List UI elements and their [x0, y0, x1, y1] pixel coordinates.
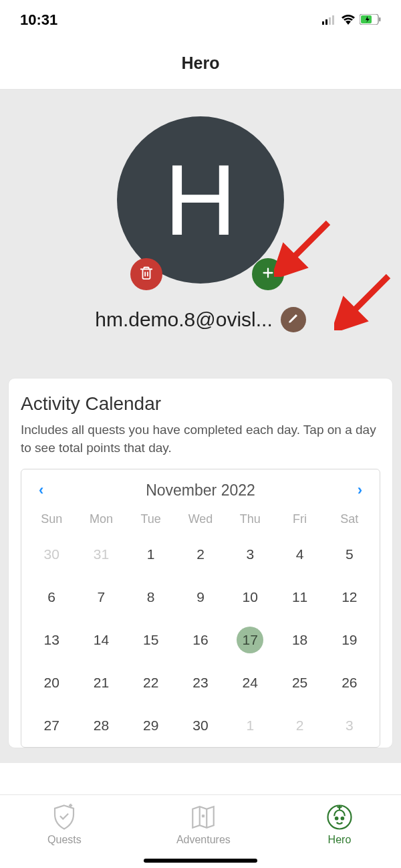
calendar-day[interactable]: 29 [126, 711, 176, 740]
calendar-day-number: 28 [94, 718, 109, 734]
calendar-day-number: 30 [192, 718, 208, 734]
calendar-day-number: 22 [143, 675, 158, 691]
delete-avatar-button[interactable] [130, 258, 162, 290]
svg-point-12 [336, 817, 338, 820]
calendar-header: ‹ November 2022 › [27, 479, 374, 508]
calendar-day[interactable]: 2 [176, 540, 225, 569]
calendar-day[interactable]: 7 [76, 582, 126, 612]
calendar-day[interactable]: 19 [325, 625, 374, 655]
svg-rect-0 [322, 21, 324, 25]
calendar-day-number: 1 [246, 718, 254, 734]
bottom-nav: Quests Adventures Hero [0, 794, 401, 868]
status-time: 10:31 [20, 11, 57, 29]
calendar-day[interactable]: 16 [176, 625, 225, 655]
calendar-day-number: 30 [43, 546, 59, 562]
calendar-day-number: 24 [243, 675, 258, 691]
profile-section: H hm.demo.8@ovisl... [0, 90, 401, 366]
calendar-day[interactable]: 17 [225, 625, 275, 655]
calendar-day-number: 31 [94, 546, 109, 562]
calendar-day-number: 20 [43, 675, 59, 691]
prev-month-button[interactable]: ‹ [33, 479, 49, 502]
calendar-dow: Mon [76, 512, 126, 526]
calendar-day[interactable]: 4 [275, 540, 324, 569]
calendar-day[interactable]: 26 [325, 668, 374, 697]
cellular-icon [322, 11, 337, 29]
calendar-day-number: 2 [296, 718, 304, 734]
trash-icon [139, 265, 154, 283]
calendar-day-number: 13 [43, 632, 59, 648]
status-right [322, 11, 381, 29]
calendar-day-number: 21 [94, 675, 109, 691]
shield-icon [50, 803, 78, 831]
calendar-day[interactable]: 1 [126, 540, 176, 569]
calendar-day[interactable]: 10 [225, 582, 275, 612]
status-bar: 10:31 [0, 0, 401, 40]
nav-adventures[interactable]: Adventures [176, 803, 231, 846]
calendar-dow: Thu [225, 512, 275, 526]
calendar-day[interactable]: 11 [275, 582, 324, 612]
nav-quests[interactable]: Quests [47, 803, 82, 846]
calendar-day[interactable]: 13 [27, 625, 76, 655]
svg-rect-6 [379, 17, 381, 21]
calendar-day[interactable]: 31 [76, 540, 126, 569]
calendar-day[interactable]: 27 [27, 711, 76, 740]
calendar-day[interactable]: 5 [325, 540, 374, 569]
calendar-day-number: 3 [346, 718, 354, 734]
avatar-initial: H [164, 142, 237, 258]
svg-rect-3 [332, 15, 334, 25]
calendar-day[interactable]: 18 [275, 625, 324, 655]
calendar-day-number: 26 [342, 675, 357, 691]
calendar-day-number: 7 [98, 589, 106, 605]
calendar-day[interactable]: 2 [275, 711, 324, 740]
calendar-day[interactable]: 25 [275, 668, 324, 697]
calendar-day[interactable]: 12 [325, 582, 374, 612]
calendar-day[interactable]: 21 [76, 668, 126, 697]
calendar-dow: Wed [176, 512, 225, 526]
home-indicator[interactable] [144, 859, 257, 863]
calendar-day[interactable]: 14 [76, 625, 126, 655]
calendar-title: Activity Calendar [21, 393, 380, 415]
calendar-day-number: 29 [143, 718, 158, 734]
calendar-dow: Tue [126, 512, 176, 526]
knight-icon [325, 803, 354, 831]
calendar-day[interactable]: 8 [126, 582, 176, 612]
avatar-container: H [117, 116, 284, 284]
calendar-day[interactable]: 30 [27, 540, 76, 569]
calendar-day[interactable]: 1 [225, 711, 275, 740]
nav-label: Adventures [176, 834, 231, 846]
username-row: hm.demo.8@ovisl... [0, 307, 401, 332]
svg-line-7 [283, 223, 329, 268]
battery-icon [360, 11, 381, 29]
calendar-day[interactable]: 20 [27, 668, 76, 697]
calendar-day-number: 5 [346, 546, 354, 562]
calendar-day[interactable]: 6 [27, 582, 76, 612]
calendar-day-number: 18 [292, 632, 307, 648]
calendar-day[interactable]: 3 [225, 540, 275, 569]
calendar-dow: Sun [27, 512, 76, 526]
calendar-day[interactable]: 15 [126, 625, 176, 655]
calendar-description: Includes all quests you have completed e… [21, 421, 380, 457]
chevron-right-icon: › [358, 481, 362, 498]
calendar-day[interactable]: 24 [225, 668, 275, 697]
activity-calendar-card: Activity Calendar Includes all quests yo… [8, 378, 393, 748]
calendar-day-number: 16 [192, 632, 208, 648]
svg-rect-1 [325, 19, 327, 25]
nav-hero[interactable]: Hero [325, 803, 354, 846]
calendar: ‹ November 2022 › SunMonTueWedThuFriSat3… [21, 469, 380, 748]
calendar-day[interactable]: 22 [126, 668, 176, 697]
calendar-day-number: 10 [243, 589, 258, 605]
calendar-day[interactable]: 9 [176, 582, 225, 612]
calendar-dow: Sat [325, 512, 374, 526]
calendar-day-number: 11 [292, 589, 307, 605]
calendar-day[interactable]: 23 [176, 668, 225, 697]
edit-username-button[interactable] [281, 307, 306, 332]
calendar-day[interactable]: 28 [76, 711, 126, 740]
calendar-day-number: 2 [196, 546, 205, 562]
next-month-button[interactable]: › [352, 479, 368, 502]
calendar-day-number: 25 [292, 675, 307, 691]
map-icon [189, 803, 217, 831]
calendar-day[interactable]: 3 [325, 711, 374, 740]
wifi-icon [341, 11, 356, 29]
calendar-day[interactable]: 30 [176, 711, 225, 740]
add-avatar-button[interactable] [252, 258, 284, 290]
